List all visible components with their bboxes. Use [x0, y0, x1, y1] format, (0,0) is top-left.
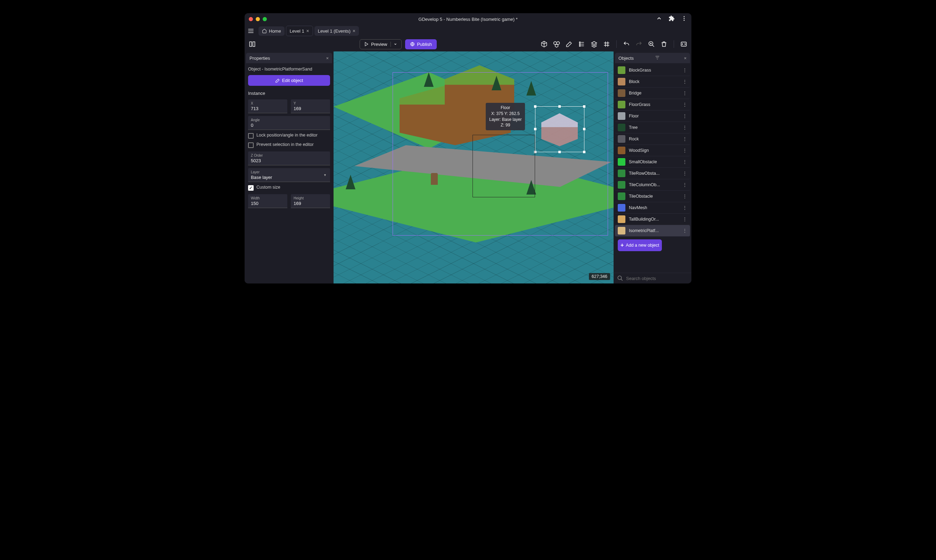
more-vert-icon[interactable] — [681, 15, 687, 23]
tooltip-layer: Layer: Base layer — [489, 117, 522, 123]
objects-panel: Objects × BlockGrass⋮Block⋮Bridge⋮FloorG… — [614, 51, 691, 283]
extension-icon[interactable] — [668, 15, 675, 23]
undo-icon[interactable] — [622, 40, 631, 48]
custom-size-checkbox[interactable] — [248, 185, 254, 191]
zoom-icon[interactable] — [647, 40, 656, 48]
preview-dropdown[interactable] — [391, 42, 397, 47]
window-maximize-button[interactable] — [263, 17, 267, 21]
object-item[interactable]: IsometricPlatf...⋮ — [615, 225, 690, 237]
width-input[interactable] — [251, 201, 285, 206]
chevron-up-icon[interactable] — [656, 15, 662, 23]
width-field[interactable]: Width — [248, 194, 287, 208]
height-input[interactable] — [294, 201, 327, 206]
x-field[interactable]: X — [248, 99, 287, 113]
traffic-lights — [249, 17, 267, 21]
object-item[interactable]: TileRowObsta...⋮ — [615, 168, 690, 179]
close-icon[interactable]: × — [353, 28, 356, 34]
object-item[interactable]: BlockGrass⋮ — [615, 65, 690, 76]
more-vert-icon[interactable]: ⋮ — [682, 113, 687, 119]
settings-icon[interactable] — [680, 40, 688, 48]
object-item[interactable]: Block⋮ — [615, 76, 690, 88]
tab-level1[interactable]: Level 1 × — [286, 26, 313, 36]
more-vert-icon[interactable]: ⋮ — [682, 171, 687, 176]
y-input[interactable] — [294, 106, 327, 111]
more-vert-icon[interactable]: ⋮ — [682, 125, 687, 130]
close-icon[interactable]: × — [326, 55, 329, 61]
more-vert-icon[interactable]: ⋮ — [682, 90, 687, 96]
more-vert-icon[interactable]: ⋮ — [682, 182, 687, 188]
more-vert-icon[interactable]: ⋮ — [682, 102, 687, 107]
layer-select[interactable]: Layer — [248, 168, 330, 182]
object-thumbnail — [618, 66, 625, 74]
object-item[interactable]: WoodSign⋮ — [615, 145, 690, 156]
more-vert-icon[interactable]: ⋮ — [682, 68, 687, 73]
grid-icon[interactable] — [602, 40, 611, 48]
publish-button[interactable]: Publish — [405, 39, 437, 49]
tab-label: Level 1 — [290, 28, 304, 34]
tab-level1-events[interactable]: Level 1 (Events) × — [314, 26, 359, 36]
object-thumbnail — [618, 124, 625, 131]
svg-point-7 — [579, 45, 580, 46]
lock-checkbox[interactable] — [248, 133, 254, 138]
object-label: NavMesh — [629, 205, 647, 210]
zorder-input[interactable] — [251, 158, 327, 163]
panels-toggle-icon[interactable] — [248, 40, 256, 48]
angle-field[interactable]: Angle — [248, 116, 330, 130]
object-label: Rock — [629, 137, 639, 142]
add-object-button[interactable]: + Add a new object — [618, 239, 662, 251]
properties-panel: Properties × Object - IsometricPlatforme… — [245, 51, 334, 283]
object-item[interactable]: SmallObstacle⋮ — [615, 156, 690, 168]
object-item[interactable]: FloorGrass⋮ — [615, 99, 690, 111]
tab-home[interactable]: Home — [259, 26, 285, 36]
preview-button[interactable]: Preview — [360, 39, 402, 49]
object-thumbnail — [618, 169, 625, 177]
more-vert-icon[interactable]: ⋮ — [682, 79, 687, 85]
zorder-field[interactable]: Z Order — [248, 151, 330, 165]
height-field[interactable]: Height — [291, 194, 330, 208]
more-vert-icon[interactable]: ⋮ — [682, 217, 687, 222]
instances-icon[interactable] — [577, 40, 586, 48]
filter-icon[interactable] — [655, 55, 660, 61]
more-vert-icon[interactable]: ⋮ — [682, 205, 687, 211]
window-minimize-button[interactable] — [256, 17, 260, 21]
x-input[interactable] — [251, 106, 285, 111]
svg-point-11 — [618, 276, 622, 280]
scene-canvas[interactable]: Floor X: 375 Y: 262.5 Layer: Base layer … — [334, 51, 614, 283]
edit-object-button[interactable]: Edit object — [248, 75, 330, 86]
more-vert-icon[interactable]: ⋮ — [682, 194, 687, 199]
more-vert-icon[interactable]: ⋮ — [682, 228, 687, 234]
pencil-icon — [275, 78, 280, 83]
close-icon[interactable]: × — [684, 55, 687, 61]
search-input[interactable] — [626, 276, 688, 281]
object-item[interactable]: TileObstacle⋮ — [615, 191, 690, 202]
tree-shape — [346, 175, 356, 189]
layer-value[interactable] — [251, 175, 327, 180]
trash-icon[interactable] — [660, 40, 668, 48]
close-icon[interactable]: × — [306, 28, 309, 34]
more-vert-icon[interactable]: ⋮ — [682, 159, 687, 165]
svg-point-1 — [684, 18, 685, 19]
prevent-checkbox[interactable] — [248, 142, 254, 148]
object-item[interactable]: Tree⋮ — [615, 122, 690, 134]
object-item[interactable]: Bridge⋮ — [615, 88, 690, 99]
window-close-button[interactable] — [249, 17, 253, 21]
cube-icon[interactable] — [540, 40, 548, 48]
object-item[interactable]: TileColumnOb...⋮ — [615, 179, 690, 191]
hover-tooltip: Floor X: 375 Y: 262.5 Layer: Base layer … — [486, 103, 525, 130]
layers-icon[interactable] — [590, 40, 598, 48]
angle-input[interactable] — [251, 123, 327, 128]
object-item[interactable]: Floor⋮ — [615, 111, 690, 122]
object-label: Block — [629, 79, 640, 84]
menu-icon[interactable] — [247, 28, 254, 34]
more-vert-icon[interactable]: ⋮ — [682, 136, 687, 142]
edit-icon[interactable] — [565, 40, 573, 48]
redo-icon[interactable] — [635, 40, 643, 48]
object-item[interactable]: NavMesh⋮ — [615, 202, 690, 214]
object-item[interactable]: Rock⋮ — [615, 134, 690, 145]
more-vert-icon[interactable]: ⋮ — [682, 148, 687, 153]
y-field[interactable]: Y — [291, 99, 330, 113]
tooltip-name: Floor — [489, 105, 522, 111]
object-thumbnail — [618, 215, 625, 223]
object-item[interactable]: TallBuildingOr...⋮ — [615, 214, 690, 225]
cubes-icon[interactable] — [553, 40, 561, 48]
